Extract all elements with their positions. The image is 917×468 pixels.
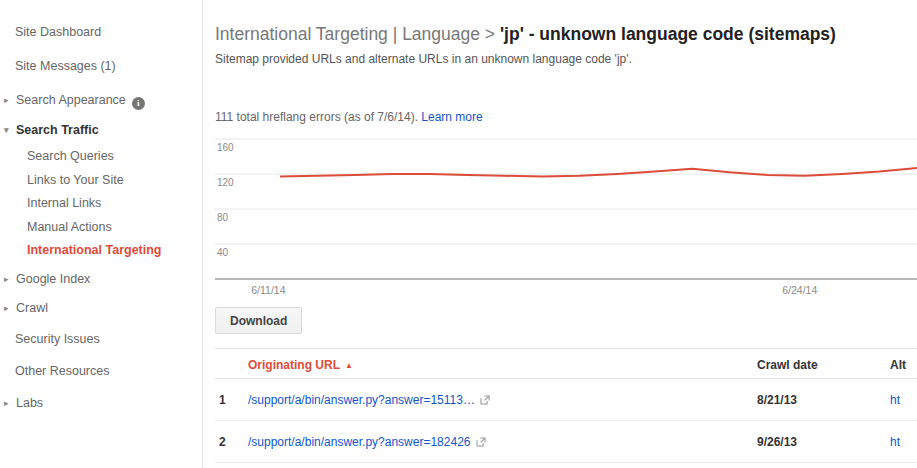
sidebar-item-search-queries[interactable]: Search Queries (0, 149, 203, 163)
webmaster-tools-page: Site Dashboard Site Messages (1) ▸Search… (0, 0, 917, 468)
error-summary-text: 111 total hreflang errors (as of 7/6/14)… (215, 110, 421, 124)
y-axis-tick: 160 (217, 142, 234, 153)
line-chart: 16012080406/11/146/24/14 (215, 135, 917, 300)
table-row: 1 /support/a/bin/answer.py?answer=15113…… (215, 379, 917, 421)
sidebar-item-label: Crawl (16, 301, 48, 315)
chevron-down-icon: ▾ (4, 125, 16, 135)
sidebar-item-label: Labs (16, 396, 43, 410)
table-header-row: Originating URL▲ Crawl date Alt (215, 348, 917, 379)
sidebar-item-label: Site Messages (1) (15, 59, 116, 73)
x-axis-tick: 6/24/14 (782, 284, 817, 296)
error-summary: 111 total hreflang errors (as of 7/6/14)… (215, 110, 483, 124)
main-content: International Targeting | Language > 'jp… (215, 0, 917, 468)
sidebar-item-manual-actions[interactable]: Manual Actions (0, 220, 203, 234)
y-axis-tick: 80 (217, 212, 229, 223)
sidebar-item-label: Other Resources (15, 364, 109, 378)
column-header-label: Originating URL (248, 358, 340, 372)
sort-asc-icon: ▲ (345, 361, 353, 370)
learn-more-link[interactable]: Learn more (421, 110, 482, 124)
y-axis-tick: 120 (217, 177, 234, 188)
external-link-icon[interactable] (476, 436, 486, 450)
page-subtitle: Sitemap provided URLs and alternate URLs… (215, 52, 632, 66)
originating-url-text: /support/a/bin/answer.py?answer=15113… (248, 393, 475, 407)
chevron-right-icon: ▸ (4, 274, 16, 284)
sidebar-item-search-traffic[interactable]: ▾Search Traffic (0, 123, 203, 137)
x-axis-tick: 6/11/14 (251, 284, 285, 296)
sidebar-item-other-resources[interactable]: Other Resources (0, 364, 203, 378)
column-header-crawl-date[interactable]: Crawl date (757, 358, 818, 372)
info-icon[interactable]: i (132, 97, 145, 110)
sidebar-item-security-issues[interactable]: Security Issues (0, 332, 203, 346)
errors-trend-line (280, 168, 917, 177)
sidebar-nav: Site Dashboard Site Messages (1) ▸Search… (0, 0, 203, 468)
sidebar-item-search-appearance[interactable]: ▸Search Appearancei (0, 93, 203, 110)
column-header-alternate-url[interactable]: Alt (890, 358, 906, 372)
sidebar-item-crawl[interactable]: ▸Crawl (0, 301, 203, 315)
originating-url-link[interactable]: /support/a/bin/answer.py?answer=182426 (248, 435, 486, 450)
page-title: International Targeting | Language > 'jp… (215, 24, 836, 45)
row-number: 2 (219, 435, 226, 449)
external-link-icon[interactable] (480, 394, 490, 408)
sidebar-item-label: Security Issues (15, 332, 100, 346)
sidebar-item-label: Manual Actions (27, 220, 112, 234)
table-row: 2 /support/a/bin/answer.py?answer=182426… (215, 421, 917, 463)
sidebar-item-google-index[interactable]: ▸Google Index (0, 272, 203, 286)
row-number: 1 (219, 393, 226, 407)
page-title-current: 'jp' - unknown language code (sitemaps) (500, 24, 836, 44)
crawl-date-value: 9/26/13 (757, 435, 797, 449)
sidebar-item-label: Links to Your Site (27, 173, 124, 187)
sidebar-item-site-messages[interactable]: Site Messages (1) (0, 59, 203, 73)
sidebar-item-label: Google Index (16, 272, 90, 286)
download-button[interactable]: Download (215, 307, 302, 334)
originating-url-link[interactable]: /support/a/bin/answer.py?answer=15113… (248, 393, 490, 408)
chevron-right-icon: ▸ (4, 95, 16, 105)
sidebar-item-international-targeting[interactable]: International Targeting (0, 243, 203, 257)
column-header-originating-url[interactable]: Originating URL▲ (248, 358, 353, 372)
originating-url-text: /support/a/bin/answer.py?answer=182426 (248, 435, 471, 449)
sidebar-item-label: Search Appearance (16, 93, 126, 107)
breadcrumb: International Targeting | Language > (215, 24, 500, 44)
chevron-right-icon: ▸ (4, 303, 16, 313)
y-axis-tick: 40 (217, 247, 229, 258)
sidebar-item-label: International Targeting (27, 243, 162, 257)
sidebar-item-label: Search Queries (27, 149, 114, 163)
chevron-right-icon: ▸ (4, 398, 16, 408)
sidebar-item-label: Internal Links (27, 196, 101, 210)
sidebar-item-label: Site Dashboard (15, 25, 101, 39)
hreflang-errors-chart: 16012080406/11/146/24/14 (215, 135, 917, 300)
alternate-url-link[interactable]: ht (890, 393, 900, 407)
errors-table: Originating URL▲ Crawl date Alt 1 /suppo… (215, 348, 917, 463)
sidebar-item-site-dashboard[interactable]: Site Dashboard (0, 25, 203, 39)
alternate-url-link[interactable]: ht (890, 435, 900, 449)
crawl-date-value: 8/21/13 (757, 393, 797, 407)
sidebar-item-links-to-your-site[interactable]: Links to Your Site (0, 173, 203, 187)
sidebar-item-label: Search Traffic (16, 123, 99, 137)
sidebar-item-internal-links[interactable]: Internal Links (0, 196, 203, 210)
sidebar-item-labs[interactable]: ▸Labs (0, 396, 203, 410)
